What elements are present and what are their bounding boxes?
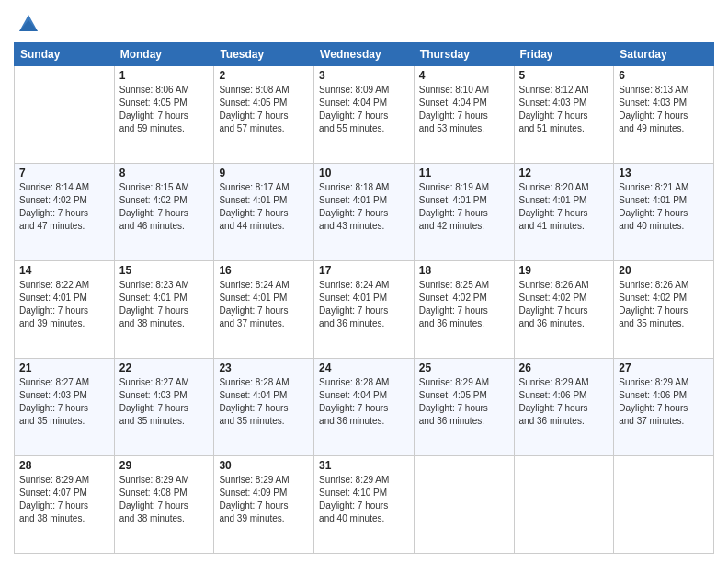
calendar-cell: 20Sunrise: 8:26 AM Sunset: 4:02 PM Dayli… bbox=[614, 261, 714, 359]
day-number: 30 bbox=[219, 459, 309, 472]
day-info: Sunrise: 8:13 AM Sunset: 4:03 PM Dayligh… bbox=[619, 84, 709, 135]
day-number: 14 bbox=[19, 264, 109, 277]
calendar-cell: 22Sunrise: 8:27 AM Sunset: 4:03 PM Dayli… bbox=[114, 359, 214, 456]
day-number: 4 bbox=[419, 69, 509, 82]
header bbox=[14, 9, 714, 35]
day-info: Sunrise: 8:27 AM Sunset: 4:03 PM Dayligh… bbox=[119, 376, 210, 428]
day-info: Sunrise: 8:26 AM Sunset: 4:02 PM Dayligh… bbox=[619, 279, 709, 330]
day-info: Sunrise: 8:18 AM Sunset: 4:01 PM Dayligh… bbox=[319, 181, 409, 233]
day-number: 17 bbox=[319, 264, 409, 277]
calendar-cell: 6Sunrise: 8:13 AM Sunset: 4:03 PM Daylig… bbox=[614, 66, 714, 164]
day-info: Sunrise: 8:19 AM Sunset: 4:01 PM Dayligh… bbox=[419, 181, 509, 233]
day-info: Sunrise: 8:09 AM Sunset: 4:04 PM Dayligh… bbox=[319, 84, 409, 135]
calendar-cell: 8Sunrise: 8:15 AM Sunset: 4:02 PM Daylig… bbox=[114, 164, 214, 261]
calendar-cell: 17Sunrise: 8:24 AM Sunset: 4:01 PM Dayli… bbox=[314, 261, 415, 359]
day-number: 20 bbox=[619, 264, 709, 277]
calendar-cell: 9Sunrise: 8:17 AM Sunset: 4:01 PM Daylig… bbox=[214, 164, 314, 261]
day-info: Sunrise: 8:17 AM Sunset: 4:01 PM Dayligh… bbox=[219, 181, 309, 233]
calendar-cell: 5Sunrise: 8:12 AM Sunset: 4:03 PM Daylig… bbox=[514, 66, 614, 164]
week-row-1: 7Sunrise: 8:14 AM Sunset: 4:02 PM Daylig… bbox=[15, 164, 714, 261]
day-number: 19 bbox=[519, 264, 609, 277]
calendar-cell: 1Sunrise: 8:06 AM Sunset: 4:05 PM Daylig… bbox=[114, 66, 214, 164]
day-number: 5 bbox=[519, 69, 609, 82]
day-info: Sunrise: 8:20 AM Sunset: 4:01 PM Dayligh… bbox=[519, 181, 609, 233]
day-info: Sunrise: 8:29 AM Sunset: 4:06 PM Dayligh… bbox=[619, 376, 709, 428]
weekday-header-saturday: Saturday bbox=[614, 43, 714, 66]
weekday-header-thursday: Thursday bbox=[414, 43, 514, 66]
weekday-header-row: SundayMondayTuesdayWednesdayThursdayFrid… bbox=[15, 43, 714, 66]
day-number: 29 bbox=[119, 459, 210, 472]
day-info: Sunrise: 8:29 AM Sunset: 4:07 PM Dayligh… bbox=[19, 474, 109, 525]
weekday-header-friday: Friday bbox=[514, 43, 614, 66]
calendar-cell: 15Sunrise: 8:23 AM Sunset: 4:01 PM Dayli… bbox=[114, 261, 214, 359]
calendar-cell: 30Sunrise: 8:29 AM Sunset: 4:09 PM Dayli… bbox=[214, 456, 314, 554]
day-info: Sunrise: 8:08 AM Sunset: 4:05 PM Dayligh… bbox=[219, 84, 309, 135]
calendar-cell bbox=[15, 66, 115, 164]
day-info: Sunrise: 8:21 AM Sunset: 4:01 PM Dayligh… bbox=[619, 181, 709, 233]
weekday-header-wednesday: Wednesday bbox=[314, 43, 415, 66]
day-number: 10 bbox=[319, 167, 409, 179]
week-row-4: 28Sunrise: 8:29 AM Sunset: 4:07 PM Dayli… bbox=[15, 456, 714, 554]
day-number: 3 bbox=[319, 69, 409, 82]
calendar-cell: 12Sunrise: 8:20 AM Sunset: 4:01 PM Dayli… bbox=[514, 164, 614, 261]
day-number: 9 bbox=[219, 167, 309, 179]
calendar-cell: 13Sunrise: 8:21 AM Sunset: 4:01 PM Dayli… bbox=[614, 164, 714, 261]
day-number: 13 bbox=[619, 167, 709, 179]
svg-marker-1 bbox=[19, 20, 38, 31]
day-info: Sunrise: 8:14 AM Sunset: 4:02 PM Dayligh… bbox=[19, 181, 109, 233]
calendar-cell: 23Sunrise: 8:28 AM Sunset: 4:04 PM Dayli… bbox=[214, 359, 314, 456]
calendar-cell: 4Sunrise: 8:10 AM Sunset: 4:04 PM Daylig… bbox=[414, 66, 514, 164]
calendar-cell: 19Sunrise: 8:26 AM Sunset: 4:02 PM Dayli… bbox=[514, 261, 614, 359]
week-row-0: 1Sunrise: 8:06 AM Sunset: 4:05 PM Daylig… bbox=[15, 66, 714, 164]
weekday-header-sunday: Sunday bbox=[15, 43, 115, 66]
day-number: 15 bbox=[119, 264, 210, 277]
day-number: 27 bbox=[619, 362, 709, 374]
weekday-header-monday: Monday bbox=[114, 43, 214, 66]
logo bbox=[14, 9, 41, 35]
week-row-3: 21Sunrise: 8:27 AM Sunset: 4:03 PM Dayli… bbox=[15, 359, 714, 456]
calendar-cell: 16Sunrise: 8:24 AM Sunset: 4:01 PM Dayli… bbox=[214, 261, 314, 359]
day-info: Sunrise: 8:06 AM Sunset: 4:05 PM Dayligh… bbox=[119, 84, 210, 135]
day-number: 11 bbox=[419, 167, 509, 179]
day-number: 31 bbox=[319, 459, 409, 472]
day-info: Sunrise: 8:10 AM Sunset: 4:04 PM Dayligh… bbox=[419, 84, 509, 135]
calendar-cell: 29Sunrise: 8:29 AM Sunset: 4:08 PM Dayli… bbox=[114, 456, 214, 554]
calendar-cell: 21Sunrise: 8:27 AM Sunset: 4:03 PM Dayli… bbox=[15, 359, 115, 456]
day-info: Sunrise: 8:29 AM Sunset: 4:05 PM Dayligh… bbox=[419, 376, 509, 428]
day-number: 18 bbox=[419, 264, 509, 277]
day-number: 23 bbox=[219, 362, 309, 374]
calendar-cell: 26Sunrise: 8:29 AM Sunset: 4:06 PM Dayli… bbox=[514, 359, 614, 456]
day-info: Sunrise: 8:26 AM Sunset: 4:02 PM Dayligh… bbox=[519, 279, 609, 330]
calendar-cell: 3Sunrise: 8:09 AM Sunset: 4:04 PM Daylig… bbox=[314, 66, 415, 164]
calendar-cell: 28Sunrise: 8:29 AM Sunset: 4:07 PM Dayli… bbox=[15, 456, 115, 554]
calendar-cell: 2Sunrise: 8:08 AM Sunset: 4:05 PM Daylig… bbox=[214, 66, 314, 164]
day-info: Sunrise: 8:29 AM Sunset: 4:10 PM Dayligh… bbox=[319, 474, 409, 525]
day-info: Sunrise: 8:24 AM Sunset: 4:01 PM Dayligh… bbox=[219, 279, 309, 330]
calendar-cell bbox=[414, 456, 514, 554]
calendar-cell: 24Sunrise: 8:28 AM Sunset: 4:04 PM Dayli… bbox=[314, 359, 415, 456]
logo-icon bbox=[16, 9, 41, 35]
calendar-cell bbox=[614, 456, 714, 554]
calendar-cell: 11Sunrise: 8:19 AM Sunset: 4:01 PM Dayli… bbox=[414, 164, 514, 261]
calendar-cell: 10Sunrise: 8:18 AM Sunset: 4:01 PM Dayli… bbox=[314, 164, 415, 261]
calendar-cell: 31Sunrise: 8:29 AM Sunset: 4:10 PM Dayli… bbox=[314, 456, 415, 554]
day-info: Sunrise: 8:12 AM Sunset: 4:03 PM Dayligh… bbox=[519, 84, 609, 135]
calendar-cell: 18Sunrise: 8:25 AM Sunset: 4:02 PM Dayli… bbox=[414, 261, 514, 359]
day-info: Sunrise: 8:29 AM Sunset: 4:09 PM Dayligh… bbox=[219, 474, 309, 525]
day-info: Sunrise: 8:22 AM Sunset: 4:01 PM Dayligh… bbox=[19, 279, 109, 330]
day-number: 25 bbox=[419, 362, 509, 374]
day-info: Sunrise: 8:27 AM Sunset: 4:03 PM Dayligh… bbox=[19, 376, 109, 428]
day-number: 12 bbox=[519, 167, 609, 179]
week-row-2: 14Sunrise: 8:22 AM Sunset: 4:01 PM Dayli… bbox=[15, 261, 714, 359]
calendar-cell: 7Sunrise: 8:14 AM Sunset: 4:02 PM Daylig… bbox=[15, 164, 115, 261]
calendar-cell bbox=[514, 456, 614, 554]
day-info: Sunrise: 8:28 AM Sunset: 4:04 PM Dayligh… bbox=[319, 376, 409, 428]
day-info: Sunrise: 8:28 AM Sunset: 4:04 PM Dayligh… bbox=[219, 376, 309, 428]
day-number: 28 bbox=[19, 459, 109, 472]
calendar-cell: 25Sunrise: 8:29 AM Sunset: 4:05 PM Dayli… bbox=[414, 359, 514, 456]
day-info: Sunrise: 8:25 AM Sunset: 4:02 PM Dayligh… bbox=[419, 279, 509, 330]
day-number: 22 bbox=[119, 362, 210, 374]
day-info: Sunrise: 8:24 AM Sunset: 4:01 PM Dayligh… bbox=[319, 279, 409, 330]
day-info: Sunrise: 8:29 AM Sunset: 4:06 PM Dayligh… bbox=[519, 376, 609, 428]
day-number: 16 bbox=[219, 264, 309, 277]
